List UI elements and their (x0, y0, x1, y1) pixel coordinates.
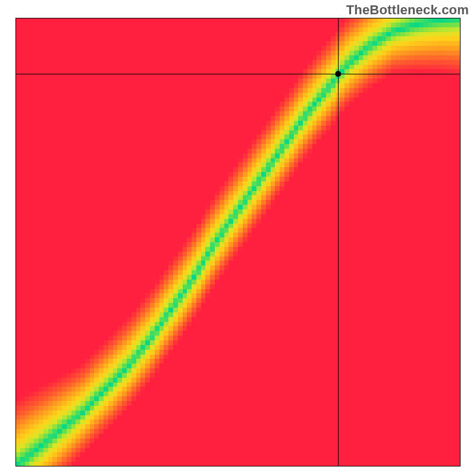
crosshair-overlay (0, 0, 476, 476)
watermark-text: TheBottleneck.com (346, 2, 469, 18)
chart-container: TheBottleneck.com (0, 0, 476, 476)
